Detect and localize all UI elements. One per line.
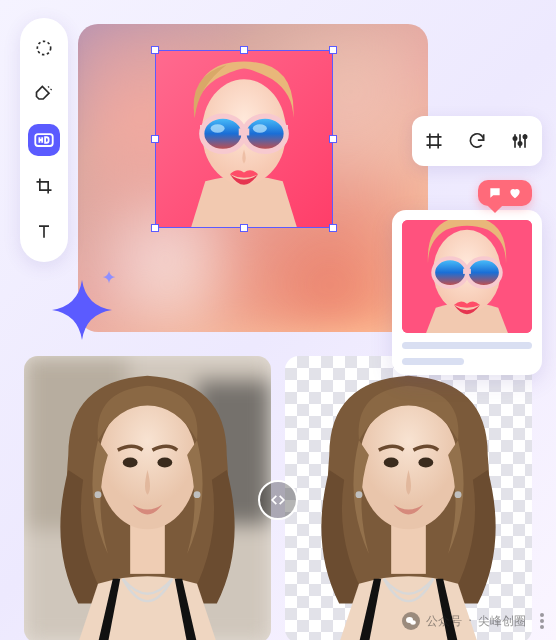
menu-dots-icon (540, 613, 544, 629)
compare-original[interactable] (24, 356, 271, 640)
svg-point-30 (418, 458, 433, 468)
selection-handle[interactable] (240, 46, 248, 54)
chevrons-icon (268, 490, 288, 510)
preview-thumbnail[interactable] (402, 220, 532, 333)
selection-handle[interactable] (329, 46, 337, 54)
svg-point-0 (37, 41, 50, 54)
dashed-circle-icon (34, 38, 54, 58)
svg-point-23 (123, 458, 138, 468)
svg-point-12 (524, 135, 527, 138)
magic-eraser-icon (34, 84, 54, 104)
watermark: 公众号 · 尖峰创圈 (402, 612, 544, 630)
watermark-prefix: 公众号 (426, 613, 462, 630)
svg-point-24 (157, 458, 172, 468)
watermark-name: 尖峰创圈 (478, 613, 526, 630)
svg-point-29 (384, 458, 399, 468)
hd-tool[interactable] (28, 124, 60, 156)
svg-rect-17 (463, 269, 471, 274)
selection-handle[interactable] (329, 224, 337, 232)
svg-point-15 (433, 258, 467, 287)
text-icon (34, 222, 54, 242)
svg-point-34 (410, 620, 416, 625)
svg-point-10 (514, 137, 517, 140)
sliders-option[interactable] (506, 127, 534, 155)
hd-icon (33, 129, 55, 151)
svg-point-6 (244, 116, 286, 151)
selection-handle[interactable] (151, 224, 159, 232)
frame-option[interactable] (420, 127, 448, 155)
portrait-image (402, 220, 532, 333)
frame-icon (424, 131, 444, 151)
compare-removed-bg[interactable] (285, 356, 532, 640)
selection-handle[interactable] (240, 224, 248, 232)
rotate-option[interactable] (463, 127, 491, 155)
adjust-tool[interactable] (28, 32, 60, 64)
placeholder-line (402, 342, 532, 349)
svg-point-8 (211, 124, 225, 132)
svg-rect-7 (239, 128, 250, 135)
svg-point-32 (455, 491, 462, 498)
svg-point-31 (356, 491, 363, 498)
comparison-slider-button[interactable] (258, 480, 298, 520)
portrait-image (24, 356, 271, 640)
sparkle-small-icon (102, 270, 116, 284)
portrait-image (156, 51, 332, 227)
svg-point-5 (202, 116, 244, 151)
watermark-sep: · (468, 614, 472, 628)
svg-point-11 (519, 142, 522, 145)
erase-tool[interactable] (28, 78, 60, 110)
svg-point-16 (467, 258, 501, 287)
reaction-badge (478, 180, 532, 206)
placeholder-line (402, 358, 464, 365)
wechat-icon (402, 612, 420, 630)
sparkle-icon (50, 278, 114, 342)
rotate-icon (467, 131, 487, 151)
heart-icon (508, 186, 522, 200)
svg-point-26 (194, 491, 201, 498)
selection-handle[interactable] (151, 46, 159, 54)
canvas[interactable] (78, 24, 428, 332)
sliders-icon (510, 131, 530, 151)
text-tool[interactable] (28, 216, 60, 248)
options-toolbar (412, 116, 542, 166)
speech-icon (488, 186, 502, 200)
selection-handle[interactable] (329, 135, 337, 143)
portrait-image (285, 356, 532, 640)
compare-row (24, 356, 532, 640)
preview-card (392, 210, 542, 375)
svg-point-25 (95, 491, 102, 498)
selection-handle[interactable] (151, 135, 159, 143)
crop-tool[interactable] (28, 170, 60, 202)
svg-rect-1 (35, 134, 52, 146)
svg-point-9 (253, 124, 267, 132)
selection-box[interactable] (155, 50, 333, 228)
left-toolbar (20, 18, 68, 262)
crop-icon (34, 176, 54, 196)
